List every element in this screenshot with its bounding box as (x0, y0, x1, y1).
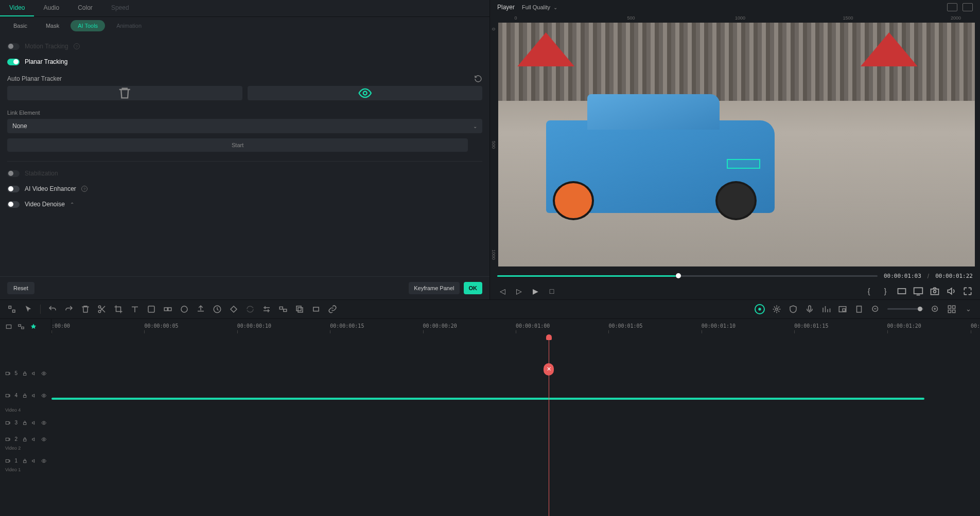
mute-icon[interactable] (31, 370, 37, 377)
video-preview[interactable] (498, 23, 975, 266)
grid-icon[interactable] (947, 305, 956, 314)
keyframe-icon[interactable] (229, 305, 238, 314)
zoom-out-icon[interactable] (871, 305, 880, 314)
video-denoise-toggle[interactable] (7, 201, 20, 208)
svg-rect-41 (23, 422, 26, 424)
planar-tracking-toggle[interactable] (7, 59, 20, 65)
tracking-region[interactable] (727, 159, 760, 169)
scrub-track[interactable] (497, 275, 878, 277)
display-button[interactable] (913, 286, 923, 296)
view-tracker-button[interactable] (248, 86, 483, 100)
color-icon[interactable] (180, 305, 189, 314)
effects-icon[interactable] (147, 305, 156, 314)
eye-icon[interactable] (41, 392, 47, 399)
prev-frame-button[interactable]: ◁ (497, 286, 507, 296)
track-icon[interactable] (18, 323, 25, 330)
text-icon[interactable] (130, 305, 139, 314)
fullscreen-button[interactable] (962, 286, 973, 296)
layers-icon[interactable] (295, 305, 304, 314)
redo-icon[interactable] (64, 305, 74, 314)
mic-icon[interactable] (805, 305, 814, 314)
split-icon[interactable] (97, 305, 107, 314)
speed-icon[interactable] (213, 305, 222, 314)
volume-button[interactable] (946, 286, 956, 296)
lock-icon[interactable] (22, 392, 28, 399)
next-frame-button[interactable]: ▷ (514, 286, 524, 296)
tab-basic[interactable]: Basic (6, 20, 34, 31)
aspect-ratio-button[interactable] (897, 286, 907, 296)
mark-in-button[interactable]: { (864, 286, 874, 296)
mute-icon[interactable] (31, 392, 37, 399)
pip-icon[interactable] (838, 305, 847, 314)
eye-icon[interactable] (41, 370, 47, 377)
video-clip[interactable]: ▶ 09 Replace Your Video ◉ (51, 398, 924, 400)
expand-icon[interactable]: ⌃ (70, 202, 74, 207)
tab-mask[interactable]: Mask (39, 20, 66, 31)
reset-tracker-icon[interactable] (474, 75, 482, 83)
auto-ripple-icon[interactable] (755, 304, 765, 314)
eye-icon[interactable] (41, 457, 47, 465)
snapshot-button[interactable] (930, 286, 940, 296)
video-track-icon[interactable] (5, 370, 11, 377)
undo-icon[interactable] (48, 305, 57, 314)
settings-gear-icon[interactable] (772, 305, 781, 314)
cursor-icon[interactable] (24, 305, 33, 314)
lock-icon[interactable] (22, 419, 28, 426)
scrub-handle[interactable] (676, 273, 681, 278)
lock-icon[interactable] (22, 436, 28, 443)
lock-icon[interactable] (22, 370, 28, 377)
delete-tracker-button[interactable] (7, 86, 242, 100)
play-button[interactable]: ▶ (530, 286, 540, 296)
mark-out-button[interactable]: } (880, 286, 890, 296)
marker-icon[interactable] (854, 305, 864, 314)
mute-icon[interactable] (31, 457, 37, 465)
playhead-marker[interactable]: ✕ (544, 363, 554, 376)
zoom-in-icon[interactable] (931, 305, 940, 314)
export-icon[interactable] (196, 305, 205, 314)
group-icon[interactable] (278, 305, 288, 314)
crop-tool-icon[interactable] (114, 305, 123, 314)
tab-color[interactable]: Color (68, 0, 102, 16)
zoom-handle[interactable] (918, 307, 922, 311)
keyframe-panel-button[interactable]: Keyframe Panel (409, 282, 459, 294)
link-element-select[interactable]: None ⌄ (7, 119, 482, 133)
timeline-ruler[interactable]: :00:00 00:00:00:05 00:00:00:10 00:00:00:… (51, 319, 980, 334)
transition-icon[interactable] (163, 305, 172, 314)
video-track-icon[interactable] (5, 392, 11, 399)
delete-icon[interactable] (81, 305, 90, 314)
lock-icon[interactable] (22, 457, 28, 465)
eye-icon[interactable] (41, 419, 47, 426)
eye-icon[interactable] (41, 436, 47, 443)
zoom-slider[interactable] (887, 308, 923, 310)
tab-audio[interactable]: Audio (34, 0, 68, 16)
ok-button[interactable]: OK (464, 282, 483, 294)
stop-button[interactable]: □ (547, 286, 557, 296)
playhead[interactable] (549, 334, 549, 516)
tab-video[interactable]: Video (0, 0, 34, 16)
marker-auto-icon[interactable] (30, 323, 37, 330)
info-icon[interactable]: ? (81, 186, 87, 192)
ai-video-enhancer-row: AI Video Enhancer ? (7, 181, 482, 197)
adjust-icon[interactable] (262, 305, 271, 314)
link-icon[interactable] (328, 305, 337, 314)
mute-icon[interactable] (31, 419, 37, 426)
video-track-icon[interactable] (5, 457, 11, 465)
refresh-icon[interactable] (246, 305, 255, 314)
compare-view-icon[interactable] (947, 3, 957, 11)
picture-view-icon[interactable] (962, 3, 973, 11)
video-track-icon[interactable] (5, 436, 11, 443)
reset-button[interactable]: Reset (7, 282, 34, 294)
tab-ai-tools[interactable]: AI Tools (71, 20, 105, 31)
video-track-icon[interactable] (5, 419, 11, 426)
ai-video-enhancer-toggle[interactable] (7, 186, 20, 192)
shield-icon[interactable] (789, 305, 798, 314)
mute-icon[interactable] (31, 436, 37, 443)
crop-icon[interactable] (7, 305, 16, 314)
player-header: Player Full Quality ⌄ (490, 0, 980, 14)
start-button[interactable]: Start (7, 138, 468, 152)
options-icon[interactable]: ⌄ (964, 305, 973, 314)
media-icon[interactable] (5, 323, 12, 330)
frame-icon[interactable] (311, 305, 321, 314)
quality-select[interactable]: Full Quality ⌄ (522, 4, 557, 10)
audio-mix-icon[interactable] (821, 305, 831, 314)
